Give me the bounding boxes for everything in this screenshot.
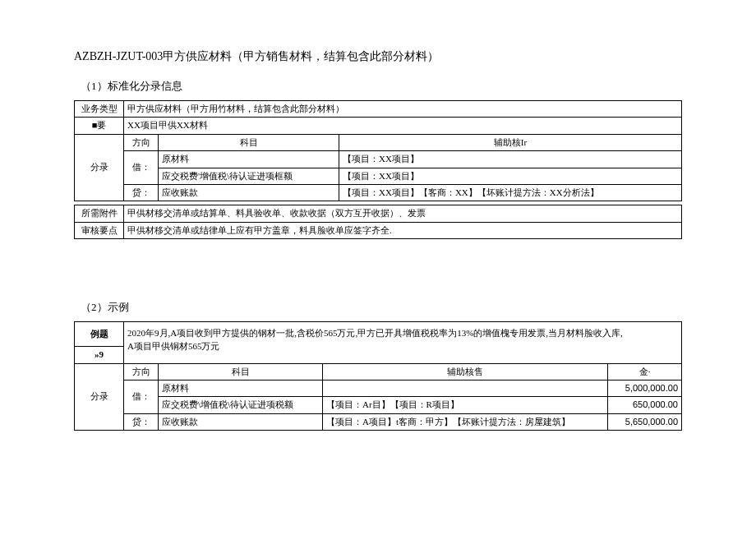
biztype-value: 甲方供应材料（甲方用竹材料，结算包含此部分材料）: [124, 101, 682, 118]
example-text: 2020年9月,A项目收到甲方提供的钢材一批,含税价565万元,甲方已开具增值税…: [124, 322, 682, 363]
table-row: 分录 方向 科目 辅助核Ir: [75, 134, 682, 150]
subject-cell: 应交税费'增值税\待认证进项框额: [159, 168, 339, 184]
subject-cell: 应收账款: [159, 184, 339, 201]
table-row: 分录 方向 科目 辅助核售 金·: [75, 363, 682, 380]
summary-label: ■要: [75, 118, 124, 134]
audit-label: 审核要点: [75, 222, 124, 238]
header-subject: 科目: [159, 363, 323, 380]
subject-cell: 原材料: [159, 380, 323, 396]
header-direction: 方向: [124, 363, 159, 380]
aux-cell: 【项目：XX项目】: [339, 168, 682, 184]
credit-label: 贷：: [124, 413, 159, 430]
section1-table: 业务类型 甲方供应材料（甲方用竹材料，结算包含此部分材料） ■要 XX项目甲供X…: [74, 100, 682, 201]
table-row: 审核要点 甲供材移交清单或结律单上应有甲方盖章，料具脸收单应签字齐全.: [75, 222, 682, 238]
table-row: 贷： 应收账款 【项目：XX项目】【客商：XX】【坏账计提方法：XX分析法】: [75, 184, 682, 201]
subject-cell: 应交税费\增值税\待认证进项税额: [159, 397, 323, 413]
header-amount: 金·: [608, 363, 682, 380]
debit-label: 借：: [124, 380, 159, 413]
aux-cell: 【项目：A项目】t客商：甲方】【坏账计提方法：房屋建筑】: [323, 413, 608, 430]
example-label: 例题: [75, 322, 124, 347]
table-row: 借： 原材料 【项目：XX项目】: [75, 151, 682, 168]
amount-cell: 5,650,000.00: [608, 413, 682, 430]
debit-label: 借：: [124, 151, 159, 185]
header-direction: 方向: [124, 134, 159, 150]
header-subject: 科目: [159, 134, 339, 150]
section1-table-2: 所需附件 甲供材移交清单或结算单、料具验收单、收款收据（双方互开收据）、发票 审…: [74, 205, 682, 239]
audit-value: 甲供材移交清单或结律单上应有甲方盖章，料具脸收单应签字齐全.: [124, 222, 682, 238]
entry-label: 分录: [75, 363, 124, 431]
example-num: »9: [75, 347, 124, 363]
table-row: 所需附件 甲供材移交清单或结算单、料具验收单、收款收据（双方互开收据）、发票: [75, 205, 682, 222]
table-row: 贷： 应收账款 【项目：A项目】t客商：甲方】【坏账计提方法：房屋建筑】 5,6…: [75, 413, 682, 430]
table-row: 应交税费'增值税\待认证进项框额 【项目：XX项目】: [75, 168, 682, 184]
amount-cell: 5,000,000.00: [608, 380, 682, 396]
biztype-label: 业务类型: [75, 101, 124, 118]
attach-label: 所需附件: [75, 205, 124, 222]
attach-value: 甲供材移交清单或结算单、料具验收单、收款收据（双方互开收据）、发票: [124, 205, 682, 222]
table-row: ■要 XX项目甲供XX材料: [75, 118, 682, 134]
credit-label: 贷：: [124, 184, 159, 201]
entry-label: 分录: [75, 134, 124, 201]
header-aux: 辅助核售: [323, 363, 608, 380]
table-row: 业务类型 甲方供应材料（甲方用竹材料，结算包含此部分材料）: [75, 101, 682, 118]
subject-cell: 原材料: [159, 151, 339, 168]
section1-heading: （1）标准化分录信息: [81, 79, 682, 94]
subject-cell: 应收账款: [159, 413, 323, 430]
table-row: 借： 原材料 5,000,000.00: [75, 380, 682, 396]
table-row: 例题 2020年9月,A项目收到甲方提供的钢材一批,含税价565万元,甲方已开具…: [75, 322, 682, 347]
aux-cell: [323, 380, 608, 396]
section2-table: 例题 2020年9月,A项目收到甲方提供的钢材一批,含税价565万元,甲方已开具…: [74, 321, 682, 431]
table-row: 应交税费\增值税\待认证进项税额 【项目：Ar目】【项目：R项目】 650,00…: [75, 397, 682, 413]
summary-value: XX项目甲供XX材料: [124, 118, 682, 134]
doc-title: AZBZH-JZUT-003甲方供应材料（甲方销售材料，结算包含此部分材料）: [74, 49, 682, 64]
example-line1: 2020年9月,A项目收到甲方提供的钢材一批,含税价565万元,甲方已开具增值税…: [127, 327, 678, 339]
header-aux: 辅助核Ir: [339, 134, 682, 150]
aux-cell: 【项目：XX项目】【客商：XX】【坏账计提方法：XX分析法】: [339, 184, 682, 201]
amount-cell: 650,000.00: [608, 397, 682, 413]
example-line2: A项目甲供铜材565万元: [127, 340, 678, 353]
aux-cell: 【项目：XX项目】: [339, 151, 682, 168]
aux-cell: 【项目：Ar目】【项目：R项目】: [323, 397, 608, 413]
section2-heading: （2）示例: [81, 300, 682, 315]
